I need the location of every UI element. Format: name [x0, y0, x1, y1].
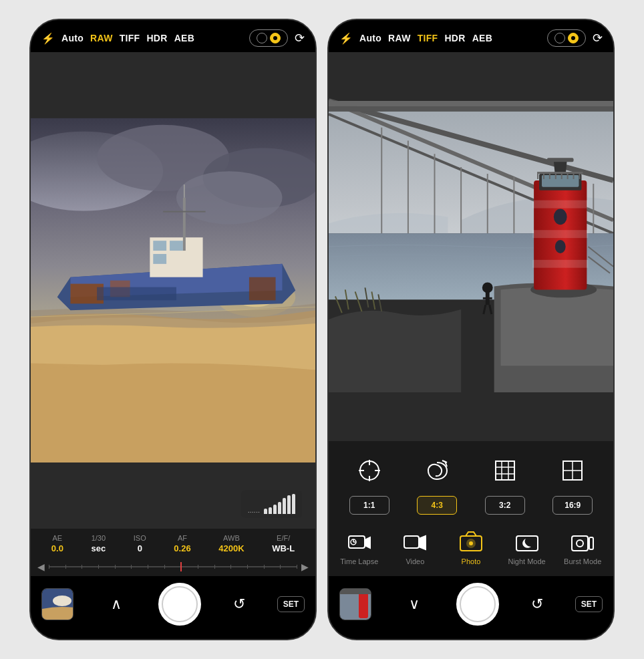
svg-point-19: [53, 596, 71, 606]
svg-marker-82: [365, 537, 370, 548]
ef-value: WB-L: [272, 543, 295, 553]
flash-label-right[interactable]: Auto: [359, 33, 381, 43]
iso-value: 0: [138, 543, 142, 553]
burst-mode-icon: [571, 531, 595, 555]
ae-setting[interactable]: AE 0.0: [51, 534, 63, 553]
lens-dot-wide[interactable]: [257, 33, 267, 43]
aspect-16x9[interactable]: 16:9: [552, 496, 593, 515]
svg-line-56: [484, 305, 486, 314]
svg-point-90: [469, 541, 473, 545]
awb-setting[interactable]: AWB 4200K: [218, 534, 244, 553]
tiff-label-right[interactable]: TIFF: [418, 33, 438, 43]
video-icon: [403, 531, 427, 555]
mode-burst[interactable]: Burst Mode: [560, 529, 605, 565]
timer-icon-right[interactable]: ↺: [531, 596, 543, 613]
lens-switcher-left[interactable]: [249, 29, 288, 47]
spiral-item[interactable]: [410, 450, 464, 491]
bottom-bar-right: ∨ ↺ SET: [329, 576, 613, 639]
lens-dot-tele[interactable]: [270, 33, 281, 43]
svg-rect-34: [532, 230, 588, 238]
shutter-setting[interactable]: 1/30 sec: [91, 534, 106, 553]
shutter-value: sec: [91, 543, 106, 553]
svg-rect-92: [572, 536, 588, 551]
awb-value: 4200K: [218, 543, 244, 553]
svg-rect-14: [183, 198, 186, 251]
svg-rect-33: [532, 201, 588, 209]
aeb-label-left[interactable]: AEB: [174, 33, 194, 43]
aspect-ratio-row: 1:1 4:3 3:2 16:9: [329, 493, 613, 519]
ship-scene-svg: [31, 52, 315, 529]
svg-rect-35: [532, 260, 588, 268]
grid-icon: [492, 457, 518, 484]
slider-right-arrow[interactable]: ▶: [301, 561, 309, 572]
viewfinder-right[interactable]: [329, 52, 613, 441]
aspect-4x3[interactable]: 4:3: [417, 496, 457, 515]
slider-track-left[interactable]: [49, 566, 297, 567]
af-setting[interactable]: AF 0.26: [174, 534, 190, 553]
svg-rect-96: [359, 593, 368, 618]
focus-reticle-item[interactable]: [343, 450, 396, 491]
lens-dot-tele-right[interactable]: [568, 33, 579, 43]
histogram-overlay: ......: [241, 490, 302, 518]
mode-row: Time Lapse Video: [329, 525, 613, 568]
time-lapse-icon: [347, 531, 371, 555]
hdr-label-left[interactable]: HDR: [146, 33, 167, 43]
settings-row-left: AE 0.0 1/30 sec ISO 0 AF 0.26 AWB 4200: [31, 529, 315, 557]
mode-video[interactable]: Video: [392, 529, 438, 565]
thumbnail-right[interactable]: [339, 588, 371, 620]
svg-point-4: [176, 171, 283, 224]
svg-rect-93: [589, 537, 593, 549]
lens-dot-wide-right[interactable]: [554, 33, 565, 43]
svg-rect-13: [153, 254, 166, 264]
ef-setting[interactable]: E/F/ WB-L: [272, 534, 295, 553]
flash-label-left[interactable]: Auto: [61, 33, 84, 43]
ef-label: E/F/: [277, 534, 290, 542]
phone-right: ⚡ Auto RAW TIFF HDR AEB ⟳: [327, 19, 615, 640]
chevron-down-btn-right[interactable]: ∨: [404, 593, 425, 616]
phone-left: ⚡ Auto RAW TIFF HDR AEB ⟳: [29, 19, 317, 640]
set-btn-left[interactable]: SET: [277, 596, 305, 612]
slider-row-left: ◀: [31, 557, 315, 576]
grid-item[interactable]: [478, 450, 532, 491]
tiff-label-left[interactable]: TIFF: [120, 33, 140, 43]
phones-container: ⚡ Auto RAW TIFF HDR AEB ⟳: [16, 5, 628, 654]
flash-icon-right[interactable]: ⚡: [339, 32, 353, 45]
iso-label: ISO: [134, 534, 146, 542]
camera-flip-icon-left[interactable]: ⟳: [295, 31, 305, 45]
shutter-label: 1/30: [92, 534, 106, 542]
iso-setting[interactable]: ISO 0: [134, 534, 146, 553]
chevron-up-btn-left[interactable]: ∧: [106, 593, 127, 616]
aspect-3x2[interactable]: 3:2: [485, 496, 525, 515]
svg-rect-97: [340, 589, 371, 594]
thumbnail-left[interactable]: [41, 588, 73, 620]
raw-label-right[interactable]: RAW: [388, 33, 411, 43]
timer-icon-left[interactable]: ↺: [233, 596, 245, 613]
svg-line-72: [442, 460, 447, 463]
hdr-label-right[interactable]: HDR: [444, 33, 465, 43]
svg-rect-65: [329, 106, 613, 112]
set-btn-right[interactable]: SET: [575, 596, 603, 612]
mode-photo[interactable]: Photo: [448, 529, 494, 565]
camera-flip-icon-right[interactable]: ⟳: [593, 31, 603, 45]
crosshair-item[interactable]: [546, 450, 599, 491]
top-bar-right: ⚡ Auto RAW TIFF HDR AEB ⟳: [329, 20, 613, 52]
shutter-btn-right[interactable]: [456, 583, 499, 626]
flash-icon-left[interactable]: ⚡: [41, 32, 55, 45]
slider-row-right: [329, 568, 613, 576]
af-value: 0.26: [174, 543, 190, 553]
mode-night[interactable]: Night Mode: [504, 529, 550, 565]
svg-rect-42: [538, 172, 583, 174]
aspect-1x1[interactable]: 1:1: [349, 496, 389, 515]
raw-label-left[interactable]: RAW: [90, 33, 113, 43]
svg-rect-16: [184, 184, 185, 198]
mode-time-lapse[interactable]: Time Lapse: [337, 529, 382, 565]
night-mode-label: Night Mode: [508, 557, 545, 565]
viewfinder-left[interactable]: ......: [31, 52, 315, 529]
aeb-label-right[interactable]: AEB: [472, 33, 492, 43]
af-label: AF: [178, 534, 187, 542]
crosshair-icon: [559, 457, 586, 484]
shutter-btn-left[interactable]: [158, 583, 201, 626]
bottom-bar-left: ∧ ↺ SET: [31, 576, 315, 639]
lens-switcher-right[interactable]: [547, 29, 586, 47]
slider-left-arrow[interactable]: ◀: [37, 561, 45, 572]
